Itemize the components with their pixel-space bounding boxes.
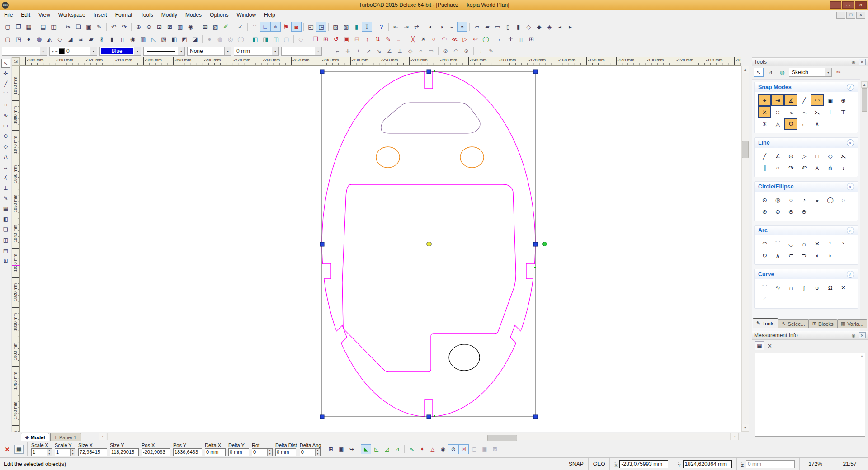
toolbar-icon[interactable]: ● — [24, 34, 34, 44]
toolbar-icon[interactable]: ▷ — [460, 34, 470, 44]
arc-tool-icon[interactable]: ◗ — [824, 249, 837, 261]
property-icon[interactable]: ✎ — [486, 46, 496, 56]
toolbar-icon[interactable]: ◰ — [306, 22, 316, 32]
toolbar-icon[interactable]: ◪ — [190, 34, 200, 44]
property-icon[interactable]: ∠ — [384, 46, 395, 56]
curve-tool-icon[interactable]: Ω — [824, 282, 837, 293]
toolbar-icon[interactable]: ◫ — [271, 34, 281, 44]
toolbar-icon[interactable]: ▮ — [107, 34, 117, 44]
line-tool-icon[interactable]: ⊙ — [784, 150, 797, 162]
mdi-window-button[interactable]: ✕ — [856, 12, 865, 19]
toolbar-icon[interactable]: ⊖ — [144, 22, 154, 32]
scrollbar-thumb[interactable] — [862, 88, 867, 112]
menu-item[interactable]: Tools — [137, 10, 157, 20]
line-tool-icon[interactable]: ⋔ — [824, 162, 837, 174]
tool-icon[interactable]: ◧ — [1, 215, 10, 224]
right-hole[interactable] — [460, 147, 484, 168]
toolbar-icon[interactable]: ✂ — [63, 22, 73, 32]
circle-tool-icon[interactable]: ⊙ — [758, 194, 771, 206]
snap-mode-icon[interactable]: ◅ — [784, 106, 797, 118]
toolbar-icon[interactable]: ▯ — [503, 22, 513, 32]
inspector-icon[interactable]: △ — [427, 444, 438, 454]
collapse-icon[interactable]: « — [847, 84, 854, 91]
collapse-icon[interactable]: « — [847, 271, 854, 278]
toolbar-icon[interactable]: ▢ — [3, 34, 13, 44]
measurement-table-button[interactable]: ▦ — [755, 341, 764, 350]
toolbar-icon[interactable]: ⌖ — [270, 22, 281, 32]
snap-mode-icon[interactable]: ⌐ — [797, 118, 811, 130]
pin-icon[interactable]: ◉ — [850, 332, 857, 338]
toolbar-icon[interactable]: ◐ — [426, 22, 436, 32]
extra-combo[interactable]: ▼ — [281, 47, 322, 56]
toolbar-icon[interactable]: ⊟ — [352, 34, 362, 44]
arc-tool-icon[interactable]: ◡ — [784, 238, 797, 249]
scrollbar-thumb[interactable] — [742, 141, 749, 158]
menu-item[interactable]: Options — [206, 10, 232, 20]
toolbar-icon[interactable]: ⇤ — [391, 22, 401, 32]
menu-item[interactable]: Modes — [181, 10, 206, 20]
spinner[interactable]: ▲▼ — [47, 449, 52, 456]
arc-tool-icon[interactable]: ⌒ — [771, 238, 784, 249]
tool-icon[interactable]: ↖ — [1, 59, 10, 68]
tool-icon[interactable]: ↔ — [1, 163, 10, 172]
line-tool-icon[interactable]: ⋏ — [811, 162, 824, 174]
toolbar-icon[interactable]: ✐ — [221, 22, 231, 32]
inspector-icon[interactable]: ▣ — [479, 444, 490, 454]
toolbar-icon[interactable]: ◯ — [481, 34, 491, 44]
line-tool-icon[interactable]: ◇ — [824, 150, 837, 162]
canopy-cutout[interactable] — [381, 103, 480, 133]
property-icon[interactable]: ✛ — [343, 46, 353, 56]
inspector-icon[interactable]: ▣ — [336, 444, 346, 454]
deselect-button[interactable]: ✕ — [3, 445, 12, 454]
line-width-combo[interactable]: 0 mm ▼ — [234, 47, 279, 56]
menu-item[interactable]: Window — [232, 10, 260, 20]
toolbar-icon[interactable]: ⊞ — [526, 34, 537, 44]
mdi-window-button[interactable]: ─ — [836, 12, 845, 19]
tool-icon[interactable]: ▦ — [1, 204, 10, 213]
snap-mode-icon[interactable]: ⌓ — [797, 106, 811, 118]
toolbar-icon[interactable]: ⇅ — [373, 34, 383, 44]
select-tool-icon[interactable]: ↖ — [754, 68, 764, 77]
toolbar-icon[interactable]: ◯ — [236, 34, 246, 44]
toolbar-icon[interactable]: ◺ — [148, 34, 159, 44]
snap-mode-icon[interactable]: ⊥ — [824, 106, 837, 118]
curve-tool-icon[interactable]: ◜ — [758, 293, 771, 305]
curve-tool-icon[interactable]: σ — [811, 282, 824, 293]
menu-item[interactable]: Format — [111, 10, 137, 20]
snap-mode-icon[interactable]: ∡ — [784, 94, 797, 106]
spinner[interactable]: ▲▼ — [267, 449, 272, 456]
field-input[interactable]: 1 ▲▼ — [55, 448, 75, 456]
circle-tool-icon[interactable]: ◎ — [771, 194, 784, 206]
mdi-window-button[interactable]: ❐ — [846, 12, 855, 19]
tool-icon[interactable]: ▤ — [1, 246, 10, 255]
field-input[interactable]: 0 mm ▲▼ — [275, 448, 296, 456]
close-icon[interactable]: ✕ — [859, 59, 866, 65]
toolbar-icon[interactable]: ↷ — [119, 22, 129, 32]
circle-tool-icon[interactable]: ◌ — [837, 194, 850, 206]
toolbar-icon[interactable]: ▰ — [482, 22, 492, 32]
curve-tool-icon[interactable]: ∩ — [784, 282, 797, 293]
toolbar-icon[interactable]: ↕ — [362, 34, 373, 44]
x-coordinate-field[interactable]: -283,075993 mm — [619, 460, 668, 468]
line-style-combo[interactable]: ▼ — [143, 47, 185, 56]
tab-scroll-left-button[interactable]: ‹ — [99, 433, 106, 440]
toolbar-icon[interactable]: ◓ — [457, 22, 467, 32]
panel-scroll-up[interactable]: ▲ — [861, 81, 868, 88]
arc-tool-icon[interactable]: ↻ — [758, 249, 771, 261]
toolbar-icon[interactable]: ↧ — [362, 22, 372, 32]
toolbar-icon[interactable]: ▰ — [86, 34, 96, 44]
toolbar-icon[interactable]: ✛ — [505, 34, 516, 44]
snap-mode-icon[interactable]: ▣ — [824, 94, 837, 106]
toolbar-icon[interactable]: ✎ — [94, 22, 104, 32]
snap-mode-icon[interactable]: ⌖ — [758, 94, 771, 106]
toolbar-icon[interactable]: ◇ — [55, 34, 65, 44]
toolbar-icon[interactable]: ▤ — [38, 22, 48, 32]
toolbar-icon[interactable]: ◈ — [544, 22, 555, 32]
inspector-icon[interactable]: ⊘ — [448, 444, 458, 454]
toolbar-icon[interactable]: ▦ — [24, 22, 34, 32]
y-coordinate-field[interactable]: 1824,620864 mm — [683, 460, 732, 468]
toolbar-icon[interactable]: ◍ — [34, 34, 44, 44]
rotation-handle[interactable] — [543, 242, 547, 246]
inspector-icon[interactable]: ⇖ — [406, 444, 417, 454]
property-icon[interactable]: + — [353, 46, 363, 56]
